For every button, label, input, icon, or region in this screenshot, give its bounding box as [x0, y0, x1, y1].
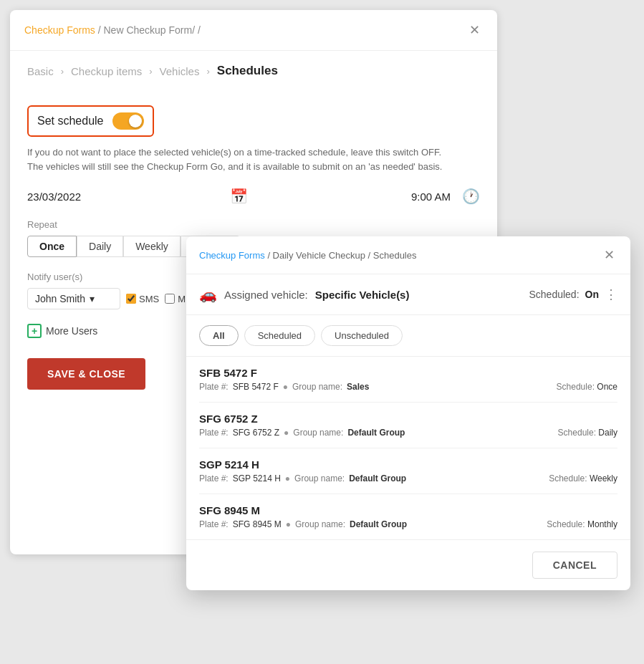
breadcrumb-link[interactable]: Checkup Forms	[24, 24, 95, 36]
chevron-down-icon: ▾	[90, 293, 95, 304]
bg-panel-header: Checkup Forms / New Checkup Form/ / ✕	[10, 10, 497, 51]
fg-breadcrumb: Checkup Forms / Daily Vehicle Checkup / …	[199, 250, 417, 261]
vehicle-meta: Plate #:SGP 5214 H ● Group name:Default …	[199, 473, 617, 483]
vehicle-name: SFG 8945 M	[199, 504, 617, 516]
step-sep-2: ›	[149, 66, 152, 77]
close-button[interactable]: ✕	[466, 21, 483, 39]
fg-modal: Checkup Forms / Daily Vehicle Checkup / …	[186, 236, 630, 590]
schedule-description: If you do not want to place the selected…	[27, 145, 443, 173]
cancel-button[interactable]: CANCEL	[532, 552, 617, 579]
vehicle-schedule: Schedule: Weekly	[549, 473, 617, 483]
vehicle-list: SFB 5472 F Plate #:SFB 5472 F ● Group na…	[186, 357, 630, 539]
vehicle-meta-left: Plate #:SFG 6752 Z ● Group name:Default …	[199, 428, 405, 438]
vehicle-item: SFB 5472 F Plate #:SFB 5472 F ● Group na…	[199, 357, 617, 403]
fg-close-button[interactable]: ✕	[600, 246, 617, 264]
fg-modal-footer: CANCEL	[186, 539, 630, 590]
vehicle-meta-left: Plate #:SFG 8945 M ● Group name:Default …	[199, 519, 407, 529]
time-field[interactable]: 9:00 AM	[259, 191, 451, 203]
more-users-label: More Users	[46, 325, 97, 337]
calendar-icon[interactable]: 📅	[230, 188, 248, 205]
vehicle-name: SFG 6752 Z	[199, 413, 617, 425]
step-sep-1: ›	[61, 66, 64, 77]
assigned-vehicle-prefix: Assigned vehicle:	[224, 289, 308, 301]
vehicle-meta: Plate #:SFG 8945 M ● Group name:Default …	[199, 519, 617, 529]
vehicle-schedule: Schedule: Daily	[558, 428, 617, 438]
breadcrumb-path: / New Checkup Form/ /	[98, 24, 201, 36]
car-icon: 🚗	[199, 286, 217, 303]
repeat-once[interactable]: Once	[27, 236, 77, 257]
user-select[interactable]: John Smith ▾	[27, 288, 120, 309]
repeat-weekly[interactable]: Weekly	[123, 236, 181, 257]
save-close-button[interactable]: SAVE & CLOSE	[27, 358, 145, 390]
repeat-daily[interactable]: Daily	[77, 236, 123, 257]
vehicle-name: SGP 5214 H	[199, 458, 617, 471]
fg-modal-header: Checkup Forms / Daily Vehicle Checkup / …	[186, 236, 630, 274]
assigned-right: Scheduled: On ⋮	[529, 287, 617, 302]
vehicle-schedule: Schedule: Once	[557, 382, 617, 392]
step-schedules[interactable]: Schedules	[217, 64, 278, 78]
filter-unscheduled[interactable]: Unscheduled	[321, 325, 403, 346]
filter-all[interactable]: All	[199, 325, 239, 346]
vehicle-item: SFG 6752 Z Plate #:SFG 6752 Z ● Group na…	[199, 403, 617, 448]
assigned-left: 🚗 Assigned vehicle:Specific Vehicle(s)	[199, 286, 409, 303]
vehicle-item: SFG 8945 M Plate #:SFG 8945 M ● Group na…	[199, 494, 617, 539]
set-schedule-toggle[interactable]	[112, 112, 144, 130]
assigned-vehicle-value: Specific Vehicle(s)	[315, 289, 410, 301]
clock-icon[interactable]: 🕐	[462, 188, 480, 205]
fg-breadcrumb-path: / Daily Vehicle Checkup / Schedules	[267, 250, 416, 261]
vehicle-item: SGP 5214 H Plate #:SGP 5214 H ● Group na…	[199, 448, 617, 494]
set-schedule-row: Set schedule	[27, 105, 154, 137]
scheduled-value: On	[585, 289, 599, 300]
vehicle-meta-left: Plate #:SGP 5214 H ● Group name:Default …	[199, 473, 406, 483]
vehicle-schedule: Schedule: Monthly	[547, 519, 617, 529]
filter-tabs: All Scheduled Unscheduled	[186, 315, 630, 357]
step-vehicles[interactable]: Vehicles	[160, 65, 200, 77]
step-checkup-items[interactable]: Checkup items	[71, 65, 142, 77]
vehicle-name: SFB 5472 F	[199, 367, 617, 379]
repeat-label: Repeat	[27, 219, 480, 230]
sms-label: SMS	[139, 294, 159, 304]
selected-user: John Smith	[35, 293, 85, 304]
date-field[interactable]: 23/03/2022	[27, 191, 218, 203]
filter-scheduled[interactable]: Scheduled	[244, 325, 315, 346]
breadcrumb-bg: Checkup Forms / New Checkup Form/ /	[24, 24, 201, 36]
step-sep-3: ›	[206, 66, 209, 77]
vehicle-meta: Plate #:SFG 6752 Z ● Group name:Default …	[199, 428, 617, 438]
mail-label: M	[178, 294, 186, 304]
date-time-row: 23/03/2022 📅 9:00 AM 🕐	[27, 188, 480, 205]
assigned-vehicle-row: 🚗 Assigned vehicle:Specific Vehicle(s) S…	[186, 274, 630, 315]
sms-checkbox[interactable]: SMS	[126, 294, 159, 304]
fg-breadcrumb-link[interactable]: Checkup Forms	[199, 250, 265, 261]
scheduled-prefix: Scheduled:	[529, 289, 579, 300]
add-icon: +	[27, 324, 42, 338]
set-schedule-label: Set schedule	[37, 115, 104, 127]
mail-checkbox[interactable]: M	[165, 294, 186, 304]
three-dots-icon[interactable]: ⋮	[605, 287, 617, 302]
vehicle-meta-left: Plate #:SFB 5472 F ● Group name:Sales	[199, 382, 369, 392]
steps-nav: Basic › Checkup items › Vehicles › Sched…	[10, 51, 497, 91]
vehicle-meta: Plate #:SFB 5472 F ● Group name:Sales Sc…	[199, 382, 617, 392]
more-users-button[interactable]: + More Users	[27, 321, 97, 341]
step-basic[interactable]: Basic	[27, 65, 54, 77]
